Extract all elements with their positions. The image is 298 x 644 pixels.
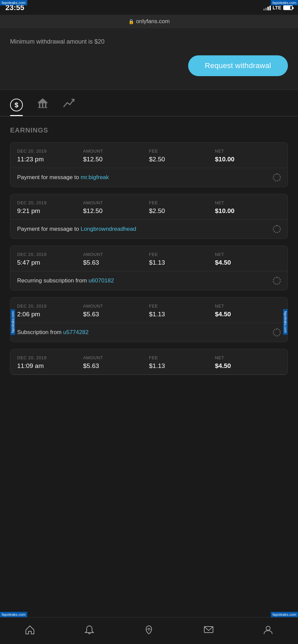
earning-user-link-3[interactable]: u6070182: [89, 277, 114, 284]
amount-value-3: $5.63: [83, 259, 149, 266]
earnings-section: EARNINGS DEC 20, 2019 11:23 pm AMOUNT $1…: [0, 116, 298, 382]
fee-label-4: FEE: [149, 304, 215, 309]
chart-icon: [62, 97, 75, 109]
earning-card-1: DEC 20, 2019 11:23 pm AMOUNT $12.50 FEE …: [10, 142, 288, 187]
net-value-4: $4.50: [215, 311, 281, 318]
fee-value-3: $1.13: [149, 259, 215, 266]
earning-col-net-4: NET $4.50: [215, 304, 281, 318]
net-value-5: $4.50: [215, 362, 281, 370]
nav-profile[interactable]: [263, 625, 273, 635]
earning-card-2: DEC 20, 2019 9:21 pm AMOUNT $12.50 FEE $…: [10, 194, 288, 239]
bottom-nav: [0, 617, 298, 644]
net-label-5: NET: [215, 355, 281, 360]
earning-col-amount-3: AMOUNT $5.63: [83, 252, 149, 266]
earning-card-2-bottom: Payment for message to Longbrowndreadhea…: [10, 220, 288, 238]
tab-bank[interactable]: [36, 97, 49, 116]
earning-col-amount-4: AMOUNT $5.63: [83, 304, 149, 318]
earning-time-3: 5:47 pm: [17, 259, 83, 266]
loading-dots-3: [273, 277, 281, 285]
earning-col-net-2: NET $10.00: [215, 200, 281, 215]
amount-label-1: AMOUNT: [83, 149, 149, 154]
earnings-title: EARNINGS: [10, 126, 288, 134]
net-label-3: NET: [215, 252, 281, 257]
earning-card-4-bottom: Subscription from u5774282: [10, 323, 288, 342]
earning-col-fee-3: FEE $1.13: [149, 252, 215, 266]
amount-label-5: AMOUNT: [83, 355, 149, 360]
earning-col-fee-4: FEE $1.13: [149, 304, 215, 318]
tab-stats[interactable]: [62, 97, 75, 116]
withdrawal-btn-wrapper: Request withdrawal: [10, 55, 288, 76]
earning-card-2-top: DEC 20, 2019 9:21 pm AMOUNT $12.50 FEE $…: [10, 194, 288, 220]
earning-date-label-2: DEC 20, 2019: [17, 200, 83, 205]
earning-col-date-2: DEC 20, 2019 9:21 pm: [17, 200, 83, 215]
earning-desc-1: Payment for message to mr.bigfreak: [17, 174, 109, 181]
bank-icon: [36, 97, 49, 109]
fee-label-3: FEE: [149, 252, 215, 257]
loading-dots-2: [273, 225, 281, 233]
tab-earnings[interactable]: $: [10, 99, 23, 116]
tabs-section: $: [0, 90, 298, 116]
earning-user-link-4[interactable]: u5774282: [63, 329, 89, 335]
earning-card-5-top: DEC 20, 2019 11:09 am AMOUNT $5.63 FEE $…: [10, 349, 288, 375]
signal-bar-1: [263, 9, 265, 10]
request-withdrawal-button[interactable]: Request withdrawal: [188, 55, 288, 76]
amount-label-4: AMOUNT: [83, 304, 149, 309]
watermark-side-right: fapoleaks.com: [283, 309, 287, 335]
earning-card-4-top: DEC 20, 2019 2:06 pm AMOUNT $5.63 FEE $1…: [10, 298, 288, 323]
nav-feed[interactable]: [143, 625, 154, 635]
fee-label-2: FEE: [149, 200, 215, 205]
earning-date-label-1: DEC 20, 2019: [17, 149, 83, 154]
earning-date-label-5: DEC 20, 2019: [17, 355, 83, 360]
svg-rect-4: [38, 107, 47, 108]
svg-point-7: [266, 626, 270, 630]
status-bar: 23:55 LTE: [0, 0, 298, 15]
fee-label-1: FEE: [149, 149, 215, 154]
amount-value-5: $5.63: [83, 362, 149, 370]
earning-date-label-3: DEC 20, 2019: [17, 252, 83, 257]
nav-home[interactable]: [25, 625, 35, 635]
earning-time-1: 11:23 pm: [17, 156, 83, 163]
watermark-top-left: fapoleaks.com: [0, 0, 27, 5]
net-value-1: $10.00: [215, 156, 281, 163]
watermark-bottom-right: fapoleaks.com: [271, 612, 298, 617]
url-bar[interactable]: 🔒 onlyfans.com: [0, 15, 298, 28]
earning-user-link-2[interactable]: Longbrowndreadhead: [81, 226, 136, 232]
nav-notifications[interactable]: [84, 625, 95, 635]
earning-col-net-5: NET $4.50: [215, 355, 281, 370]
tabs-row: $: [10, 97, 288, 116]
earning-date-label-4: DEC 20, 2019: [17, 304, 83, 309]
fee-label-5: FEE: [149, 355, 215, 360]
signal-bars-icon: [263, 5, 271, 10]
lock-icon: 🔒: [128, 19, 134, 24]
svg-rect-0: [38, 102, 47, 103]
earning-col-net-1: NET $10.00: [215, 149, 281, 163]
fee-value-5: $1.13: [149, 362, 215, 370]
nav-messages[interactable]: [203, 625, 214, 635]
earning-user-link-1[interactable]: mr.bigfreak: [81, 174, 109, 180]
earning-card-3-top: DEC 20, 2019 5:47 pm AMOUNT $5.63 FEE $1…: [10, 246, 288, 271]
earning-time-4: 2:06 pm: [17, 311, 83, 318]
earning-desc-3: Recurring subscription from u6070182: [17, 277, 114, 284]
battery-fill: [284, 6, 290, 9]
fee-value-2: $2.50: [149, 207, 215, 215]
watermark-top-right: fapoleaks.com: [271, 0, 298, 5]
loading-dots-1: [273, 173, 281, 181]
earning-col-fee-1: FEE $2.50: [149, 149, 215, 163]
loading-dots-4: [273, 328, 281, 336]
dollar-circle-icon: $: [10, 99, 23, 111]
earning-col-amount-2: AMOUNT $12.50: [83, 200, 149, 215]
earning-time-2: 9:21 pm: [17, 207, 83, 215]
earning-desc-4: Subscription from u5774282: [17, 329, 89, 336]
earning-col-amount-1: AMOUNT $12.50: [83, 149, 149, 163]
earning-time-5: 11:09 am: [17, 362, 83, 370]
withdrawal-notice: Minimum withdrawal amount is $20: [10, 38, 288, 45]
earning-desc-2: Payment for message to Longbrowndreadhea…: [17, 226, 136, 232]
earning-col-date-1: DEC 20, 2019 11:23 pm: [17, 149, 83, 163]
svg-marker-5: [38, 98, 47, 102]
signal-bar-2: [265, 8, 267, 10]
withdrawal-section: Minimum withdrawal amount is $20 Request…: [0, 28, 298, 90]
earning-col-date-5: DEC 20, 2019 11:09 am: [17, 355, 83, 370]
earning-col-net-3: NET $4.50: [215, 252, 281, 266]
earning-card-5: DEC 20, 2019 11:09 am AMOUNT $5.63 FEE $…: [10, 349, 288, 375]
amount-value-4: $5.63: [83, 311, 149, 318]
